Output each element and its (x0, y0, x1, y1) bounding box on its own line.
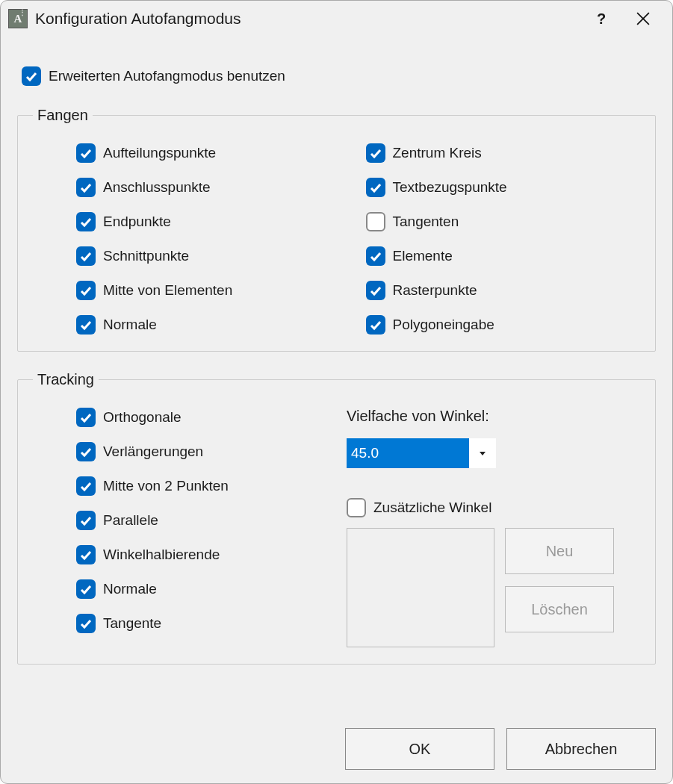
checkbox-track-0[interactable] (76, 408, 96, 427)
checkbox-snap-l2[interactable] (76, 212, 96, 231)
checkbox-track-2[interactable] (76, 476, 96, 496)
check-row-snap-r1[interactable]: Textbezugspunkte (366, 178, 641, 197)
label-snap-r2: Tangenten (393, 214, 459, 230)
label-track-4: Winkelhalbierende (103, 547, 220, 563)
dialog-window: A Konfiguration Autofangmodus ? Erweiter… (0, 0, 673, 784)
label-track-1: Verlängerungen (103, 444, 203, 460)
extended-mode-label: Erweiterten Autofangmodus benutzen (49, 68, 285, 84)
label-snap-r0: Zentrum Kreis (393, 145, 482, 161)
check-row-track-5[interactable]: Normale (76, 579, 317, 599)
extra-angles-label: Zusätzliche Winkel (373, 500, 491, 516)
extra-angles-row[interactable]: Zusätzliche Winkel (347, 498, 640, 517)
label-snap-l5: Normale (103, 317, 157, 333)
extra-angles-checkbox[interactable] (347, 498, 366, 517)
label-snap-r3: Elemente (393, 248, 453, 264)
label-snap-r1: Textbezugspunkte (393, 179, 507, 196)
checkbox-track-1[interactable] (76, 442, 96, 461)
label-track-0: Orthogonale (103, 409, 182, 426)
content-area: Erweiterten Autofangmodus benutzen Fange… (1, 37, 672, 728)
help-button[interactable]: ? (584, 7, 618, 31)
tracking-group: Tracking OrthogonaleVerlängerungenMitte … (17, 371, 656, 665)
label-track-6: Tangente (103, 615, 161, 632)
angle-dropdown-button[interactable] (469, 438, 496, 468)
extra-angles-listbox[interactable] (347, 528, 494, 647)
checkbox-snap-r3[interactable] (366, 246, 385, 266)
label-snap-l4: Mitte von Elementen (103, 282, 232, 299)
check-row-snap-r2[interactable]: Tangenten (366, 212, 641, 231)
label-snap-l2: Endpunkte (103, 214, 171, 230)
delete-angle-button[interactable]: Löschen (505, 586, 614, 632)
checkbox-snap-r1[interactable] (366, 178, 385, 197)
check-row-snap-l3[interactable]: Schnittpunkte (76, 246, 351, 266)
angle-value[interactable]: 45.0 (347, 438, 469, 468)
extended-mode-checkbox[interactable] (22, 66, 41, 86)
tracking-legend: Tracking (33, 371, 99, 388)
label-snap-r4: Rasterpunkte (393, 282, 477, 299)
check-row-snap-r4[interactable]: Rasterpunkte (366, 281, 641, 300)
check-row-snap-l1[interactable]: Anschlusspunkte (76, 178, 351, 197)
checkbox-track-4[interactable] (76, 545, 96, 564)
check-row-track-1[interactable]: Verlängerungen (76, 442, 317, 461)
check-row-snap-l4[interactable]: Mitte von Elementen (76, 281, 351, 300)
label-track-3: Parallele (103, 512, 158, 529)
label-snap-l1: Anschlusspunkte (103, 179, 211, 196)
svg-marker-2 (480, 452, 486, 455)
check-row-snap-l2[interactable]: Endpunkte (76, 212, 351, 231)
check-row-track-4[interactable]: Winkelhalbierende (76, 545, 317, 564)
check-row-snap-l0[interactable]: Aufteilungspunkte (76, 143, 351, 163)
check-row-track-3[interactable]: Parallele (76, 511, 317, 530)
checkbox-track-5[interactable] (76, 579, 96, 599)
check-row-snap-l5[interactable]: Normale (76, 315, 351, 335)
checkbox-snap-r4[interactable] (366, 281, 385, 300)
snap-group: Fangen AufteilungspunkteZentrum KreisAns… (17, 107, 656, 352)
check-row-snap-r5[interactable]: Polygoneingabe (366, 315, 641, 335)
extended-mode-row[interactable]: Erweiterten Autofangmodus benutzen (22, 66, 656, 86)
check-row-snap-r0[interactable]: Zentrum Kreis (366, 143, 641, 163)
titlebar: A Konfiguration Autofangmodus ? (1, 1, 672, 37)
check-row-snap-r3[interactable]: Elemente (366, 246, 641, 266)
checkbox-snap-l4[interactable] (76, 281, 96, 300)
checkbox-track-3[interactable] (76, 511, 96, 530)
ok-button[interactable]: OK (345, 728, 494, 770)
snap-legend: Fangen (33, 107, 93, 124)
label-snap-l0: Aufteilungspunkte (103, 145, 216, 161)
checkbox-snap-l1[interactable] (76, 178, 96, 197)
checkbox-snap-l3[interactable] (76, 246, 96, 266)
dialog-footer: OK Abbrechen (1, 728, 672, 783)
label-track-5: Normale (103, 581, 157, 597)
window-title: Konfiguration Autofangmodus (35, 10, 584, 28)
cancel-button[interactable]: Abbrechen (506, 728, 656, 770)
angle-combobox[interactable]: 45.0 (347, 438, 496, 468)
checkbox-snap-l5[interactable] (76, 315, 96, 335)
check-row-track-6[interactable]: Tangente (76, 614, 317, 633)
app-icon: A (8, 9, 28, 28)
checkbox-snap-r0[interactable] (366, 143, 385, 163)
checkbox-snap-r5[interactable] (366, 315, 385, 335)
checkbox-snap-r2[interactable] (366, 212, 385, 231)
check-row-track-0[interactable]: Orthogonale (76, 408, 317, 427)
checkbox-track-6[interactable] (76, 614, 96, 633)
new-angle-button[interactable]: Neu (505, 528, 614, 574)
close-button[interactable] (626, 7, 660, 31)
label-track-2: Mitte von 2 Punkten (103, 478, 229, 494)
label-snap-r5: Polygoneingabe (393, 317, 494, 333)
check-row-track-2[interactable]: Mitte von 2 Punkten (76, 476, 317, 496)
checkbox-snap-l0[interactable] (76, 143, 96, 163)
label-snap-l3: Schnittpunkte (103, 248, 189, 264)
angle-multiple-label: Vielfache von Winkel: (347, 408, 640, 425)
